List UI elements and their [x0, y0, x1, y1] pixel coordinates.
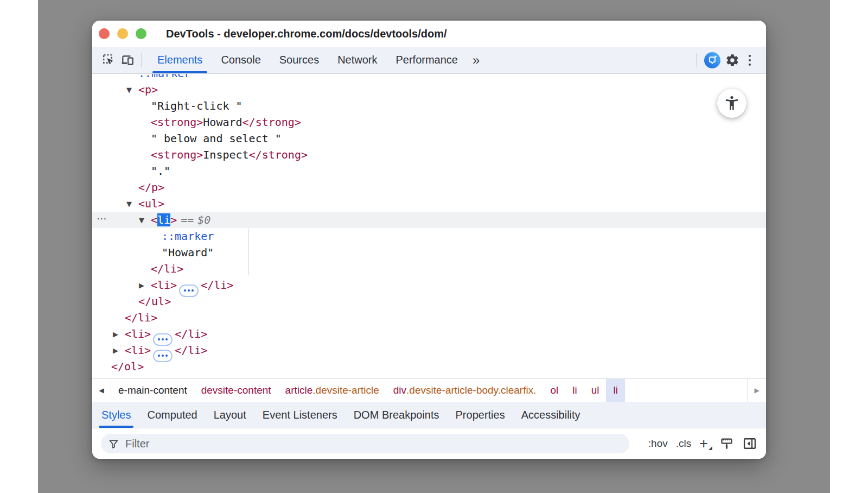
ai-assistance-icon[interactable] — [704, 52, 720, 68]
settings-gear-icon[interactable] — [724, 52, 741, 69]
zoom-window-button[interactable] — [136, 28, 146, 39]
dom-token-tag: <li> — [151, 279, 177, 292]
sidebar-tab-properties[interactable]: Properties — [448, 402, 513, 428]
dom-token-text: Inspect — [203, 148, 248, 161]
expand-arrow-down-icon[interactable]: ▼ — [126, 196, 138, 212]
breadcrumb-item[interactable]: e-main-content — [111, 379, 194, 402]
more-menu-icon[interactable] — [741, 52, 758, 69]
dom-token-text: "." — [151, 165, 170, 178]
dom-tree-row[interactable]: </ul> — [92, 293, 766, 309]
sidebar-tab-layout[interactable]: Layout — [206, 402, 254, 428]
dom-token-tag: </strong> — [249, 148, 308, 161]
dom-token-tag: </li> — [175, 344, 207, 357]
main-panel-tabs: ElementsConsoleSourcesNetworkPerformance — [148, 47, 467, 73]
dom-token-ref: $0 — [197, 213, 210, 226]
breadcrumb-scroll-left-icon[interactable]: ◀ — [92, 379, 111, 402]
breadcrumb-item[interactable]: li — [565, 379, 584, 402]
dom-token-pseudo: ::marker — [138, 74, 190, 80]
expand-arrow-right-icon[interactable]: ▶ — [113, 343, 125, 359]
tab-sources[interactable]: Sources — [270, 47, 328, 73]
dom-tree-row[interactable]: " below and select " — [92, 130, 766, 147]
dock-sidebar-icon[interactable] — [742, 436, 757, 451]
dom-token-tag: <ul> — [138, 197, 164, 210]
dom-tree-row[interactable]: ▼<p> — [92, 81, 766, 98]
breadcrumb-part: ol — [550, 384, 558, 396]
breadcrumb-part: article — [285, 384, 313, 396]
toggle-hover-state-button[interactable]: :hov — [648, 438, 668, 450]
dom-tree-row[interactable]: ▶<li></li> — [92, 326, 766, 342]
dom-token-hl: li — [157, 213, 170, 226]
expand-arrow-right-icon[interactable]: ▶ — [139, 277, 151, 294]
dom-token-tag: <strong> — [151, 116, 203, 129]
rendering-emulation-icon[interactable] — [719, 437, 734, 451]
dom-tree-row[interactable]: <strong>Howard</strong> — [92, 114, 766, 130]
dom-tree-row[interactable]: ⋯▼<li>==$0 — [92, 212, 766, 228]
sidebar-tab-event-listeners[interactable]: Event Listeners — [254, 402, 346, 428]
breadcrumb-part: .devsite-article-body.clearfix. — [406, 384, 536, 396]
dom-tree-row[interactable]: ::marker — [92, 228, 766, 244]
tab-network[interactable]: Network — [328, 47, 386, 73]
breadcrumb-item[interactable]: devsite-content — [194, 379, 278, 402]
filter-field[interactable] — [101, 434, 629, 453]
dom-tree-row[interactable]: ▶<li></li> — [92, 342, 766, 358]
devtools-window: DevTools - developer.chrome.com/docs/dev… — [92, 21, 766, 459]
dom-tree-row[interactable]: ▶<li></li> — [92, 277, 766, 293]
dom-tree-row[interactable]: "Right-click " — [92, 98, 766, 114]
breadcrumb-item[interactable]: ul — [584, 379, 607, 402]
sidebar-tab-styles[interactable]: Styles — [93, 402, 139, 428]
breadcrumb-item[interactable]: div.devsite-article-body.clearfix. — [386, 379, 544, 402]
dom-tree-row[interactable]: "." — [92, 163, 766, 179]
dom-tree-row[interactable]: </ol> — [92, 358, 766, 375]
breadcrumb-item[interactable]: ol — [543, 379, 565, 402]
inspect-element-icon[interactable] — [100, 51, 118, 69]
dom-token-tag: </strong> — [242, 116, 301, 129]
tab-elements[interactable]: Elements — [148, 47, 212, 73]
sidebar-panel-tabs: StylesComputedLayoutEvent ListenersDOM B… — [92, 402, 766, 428]
dom-tree-row[interactable]: </li> — [92, 309, 766, 326]
device-toolbar-icon[interactable] — [118, 51, 137, 69]
tab-performance[interactable]: Performance — [387, 47, 468, 73]
dom-token-tag: <li> — [125, 344, 151, 357]
dom-tree-row[interactable]: ::marker — [92, 74, 766, 81]
expand-arrow-right-icon[interactable]: ▶ — [113, 326, 125, 343]
more-tabs-icon[interactable]: » — [467, 53, 484, 68]
dom-tree-row[interactable]: </li> — [92, 261, 766, 277]
expand-arrow-down-icon[interactable]: ▼ — [139, 212, 151, 229]
breadcrumb-item[interactable]: article.devsite-article — [278, 379, 386, 402]
dom-token-tag: </ol> — [111, 360, 144, 373]
sidebar-tab-accessibility[interactable]: Accessibility — [513, 402, 589, 428]
dom-tree-row[interactable]: ▼<ul> — [92, 195, 766, 212]
dom-token-text: Howard — [203, 116, 242, 129]
dom-token-tag: <strong> — [151, 148, 203, 161]
sidebar-tab-computed[interactable]: Computed — [139, 402, 205, 428]
minimize-window-button[interactable] — [117, 28, 128, 39]
breadcrumb-part: .devsite-article — [312, 384, 379, 396]
accessibility-button[interactable] — [717, 89, 746, 118]
dom-token-tag: > — [170, 213, 177, 226]
filter-input[interactable] — [124, 437, 622, 451]
dom-tree-row[interactable]: <strong>Inspect</strong> — [92, 147, 766, 163]
dom-tree-row[interactable]: "Howard" — [92, 244, 766, 261]
dom-token-text: "Right-click " — [151, 99, 242, 112]
desktop-background: DevTools - developer.chrome.com/docs/dev… — [38, 0, 830, 493]
expand-arrow-down-icon[interactable]: ▼ — [126, 82, 138, 98]
dom-tree-row[interactable]: </p> — [92, 179, 766, 195]
sidebar-tab-dom-breakpoints[interactable]: DOM Breakpoints — [346, 402, 448, 428]
toggle-element-classes-button[interactable]: .cls — [676, 438, 692, 450]
dom-token-text: " below and select " — [151, 132, 282, 145]
breadcrumb-part: e-main-content — [118, 384, 187, 396]
tree-indent-guide — [248, 229, 249, 275]
dom-token-text: "Howard" — [162, 246, 214, 259]
new-style-rule-button[interactable]: + — [699, 438, 711, 449]
tab-console[interactable]: Console — [212, 47, 270, 73]
dom-token-tag: </li> — [175, 327, 207, 340]
dom-token-tag: </p> — [138, 181, 164, 194]
row-options-ellipsis-icon[interactable]: ⋯ — [97, 210, 107, 226]
breadcrumb-part: devsite-content — [201, 384, 271, 396]
dom-token-tag: </li> — [151, 262, 183, 275]
breadcrumb-scroll-right-icon[interactable]: ▶ — [747, 379, 766, 402]
close-window-button[interactable] — [99, 28, 110, 39]
breadcrumb-item[interactable]: li — [606, 379, 624, 402]
window-titlebar: DevTools - developer.chrome.com/docs/dev… — [92, 21, 766, 47]
breadcrumb-part: ul — [591, 384, 599, 396]
